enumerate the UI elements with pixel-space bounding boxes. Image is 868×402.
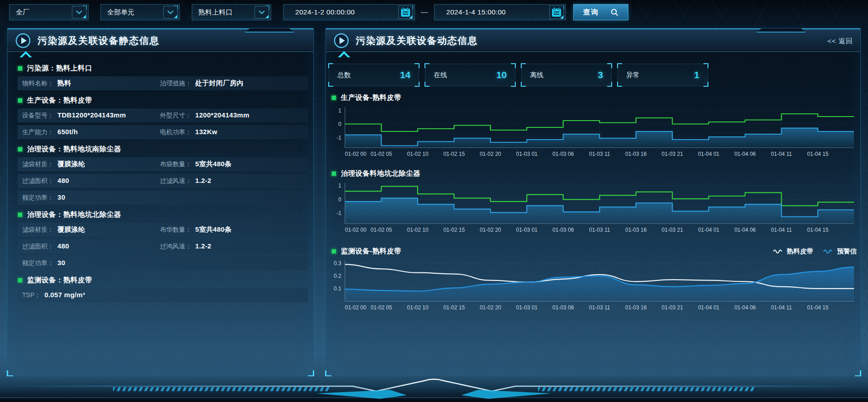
panel-corner-accent — [7, 370, 13, 377]
calendar-icon[interactable] — [549, 5, 564, 19]
svg-text:01-03 01: 01-03 01 — [516, 151, 538, 157]
info-cell: 外型尺寸：1200*204143mm — [160, 111, 298, 120]
top-toolbar: 全厂 全部单元 熟料上料口 2024-1-2 00:00:00 — — [9, 4, 628, 21]
field-value: TDB1200*204143mm — [57, 111, 126, 119]
chart-plot[interactable]: 10-101-02 0001-02 0501-02 1001-02 1501-0… — [330, 179, 856, 236]
svg-text:01-02 10: 01-02 10 — [407, 151, 429, 157]
static-info-panel-header: 污染源及关联设备静态信息 — [8, 28, 313, 52]
svg-text:01-04 06: 01-04 06 — [734, 151, 756, 157]
svg-text:01-03 11: 01-03 11 — [589, 227, 610, 233]
field-value: 30 — [57, 259, 65, 266]
unit-select[interactable]: 全部单元 — [100, 4, 180, 20]
calendar-icon[interactable] — [398, 5, 413, 19]
stat-card: 离线3 — [521, 64, 612, 86]
svg-text:01-04 06: 01-04 06 — [734, 304, 756, 311]
source-select[interactable]: 熟料上料口 — [192, 4, 271, 20]
field-value: 1.2-2 — [195, 242, 212, 250]
svg-text:01-03 16: 01-03 16 — [625, 151, 647, 157]
start-date-input[interactable]: 2024-1-2 00:00:00 — [283, 4, 415, 20]
stat-label: 离线 — [530, 71, 543, 79]
svg-text:01-03 06: 01-03 06 — [552, 151, 574, 157]
info-cell: 滤袋材质：覆膜涤纶 — [22, 160, 160, 168]
chart-monitor-device: 监测设备-熟料皮带熟料皮带预警信0.30.20.101-02 0001-02 0… — [330, 245, 858, 316]
field-value: 1200*204143mm — [195, 111, 250, 119]
info-row: 过滤面积：480过鸿风速：1.2-2 — [18, 239, 308, 253]
hazard-stripes — [538, 387, 755, 391]
search-icon — [611, 9, 618, 16]
svg-text:01-03 06: 01-03 06 — [552, 304, 574, 311]
stat-value: 14 — [400, 70, 410, 80]
static-info-panel: 污染源及关联设备静态信息 污染源：熟料上料口物料名称：熟料治理措施：处于封闭厂房… — [7, 28, 314, 376]
chart-legend: 熟料皮带预警信 — [773, 247, 857, 256]
chart-production-device: 生产设备-熟料皮带10-101-02 0001-02 0501-02 1001-… — [330, 92, 858, 162]
plant-select[interactable]: 全厂 — [9, 4, 89, 20]
chevron-down-icon[interactable] — [72, 6, 86, 19]
stat-card: 总数14 — [329, 64, 419, 86]
back-button[interactable]: << 返回 — [827, 29, 853, 53]
legend-item[interactable]: 熟料皮带 — [773, 247, 813, 256]
svg-text:01-03 16: 01-03 16 — [625, 304, 647, 311]
svg-text:01-04 11: 01-04 11 — [771, 304, 792, 311]
field-value: 5室共480条 — [195, 160, 231, 168]
svg-text:01-02 15: 01-02 15 — [443, 151, 465, 157]
svg-text:01-04 01: 01-04 01 — [698, 227, 720, 233]
legend-item[interactable]: 预警信 — [823, 247, 857, 256]
field-label: TSP： — [22, 291, 41, 299]
chevron-down-icon[interactable] — [255, 6, 269, 19]
green-square-bullet — [331, 95, 336, 100]
svg-text:-1: -1 — [336, 210, 341, 216]
stat-value: 10 — [496, 70, 507, 80]
wave-line-icon — [823, 249, 834, 253]
chart-title: 监测设备-熟料皮带 — [341, 247, 769, 256]
field-label: 滤袋材质： — [22, 160, 54, 168]
svg-text:01-02 10: 01-02 10 — [407, 227, 429, 233]
hazard-stripes — [113, 387, 330, 391]
dynamic-info-panel-header: 污染源及关联设备动态信息 << 返回 — [326, 28, 860, 52]
query-button[interactable]: 查询 — [573, 4, 628, 20]
info-cell: 生产能力：650t/h — [22, 128, 160, 136]
svg-text:01-03 11: 01-03 11 — [589, 151, 610, 157]
field-label: 过滤面积： — [22, 243, 54, 251]
info-cell: 布华数量：5室共480条 — [160, 225, 298, 234]
info-row: 设备型号：TDB1200*204143mm外型尺寸：1200*204143mm — [18, 108, 308, 122]
field-value: 650t/h — [57, 128, 78, 136]
info-row: 物料名称：熟料治理措施：处于封闭厂房内 — [18, 76, 308, 90]
chart-plot[interactable]: 10-101-02 0001-02 0501-02 1001-02 1501-0… — [330, 103, 856, 160]
svg-text:01-04 11: 01-04 11 — [771, 151, 792, 157]
info-row: TSP：0.057 mg/m³ — [18, 288, 308, 302]
svg-text:01-02 20: 01-02 20 — [480, 227, 501, 233]
svg-text:0.1: 0.1 — [334, 285, 341, 292]
svg-text:01-03 11: 01-03 11 — [589, 304, 610, 311]
chart-plot[interactable]: 0.30.20.101-02 0001-02 0501-02 1001-02 1… — [330, 257, 856, 314]
dynamic-info-panel: 污染源及关联设备动态信息 << 返回 总数14在线10离线3异常1 生产设备-熟… — [326, 28, 861, 376]
svg-text:01-04 11: 01-04 11 — [771, 227, 792, 233]
section-header: 治理设备：熟料地坑南除尘器 — [18, 144, 308, 154]
header-chevron-decoration — [19, 51, 32, 57]
field-value: 480 — [57, 242, 69, 250]
svg-text:1: 1 — [338, 108, 341, 114]
info-cell: 过鸿风速：1.2-2 — [160, 242, 298, 251]
start-date-value: 2024-1-2 00:00:00 — [283, 8, 398, 16]
svg-text:01-02 15: 01-02 15 — [443, 227, 465, 233]
info-cell: 电机功率：132Kw — [160, 128, 298, 136]
info-cell: TSP：0.057 mg/m³ — [22, 291, 303, 299]
info-cell: 物料名称：熟料 — [22, 79, 160, 88]
chevron-down-icon[interactable] — [163, 6, 178, 19]
info-cell: 额定功率：30 — [22, 193, 303, 202]
field-value: 5室共480条 — [195, 225, 231, 234]
section-header-label: 污染源：熟料上料口 — [27, 64, 92, 73]
field-value: 覆膜涤纶 — [57, 160, 85, 168]
static-info-panel-title: 污染源及关联设备静态信息 — [38, 34, 160, 47]
static-info-list: 污染源：熟料上料口物料名称：熟料治理措施：处于封闭厂房内生产设备：熟料皮带设备型… — [8, 52, 313, 302]
svg-text:01-03 06: 01-03 06 — [552, 227, 574, 233]
svg-text:01-03 01: 01-03 01 — [516, 304, 538, 311]
end-date-input[interactable]: 2024-1-4 15:00:00 — [434, 4, 566, 20]
info-row: 生产能力：650t/h电机功率：132Kw — [18, 125, 308, 139]
svg-text:01-02 20: 01-02 20 — [480, 304, 501, 311]
date-range-separator: — — [419, 8, 430, 16]
svg-text:01-03 21: 01-03 21 — [661, 304, 683, 311]
footer-decoration — [0, 376, 868, 402]
svg-text:01-02 00: 01-02 00 — [345, 227, 367, 233]
unit-select-value: 全部单元 — [101, 8, 163, 17]
field-value: 熟料 — [57, 79, 71, 88]
